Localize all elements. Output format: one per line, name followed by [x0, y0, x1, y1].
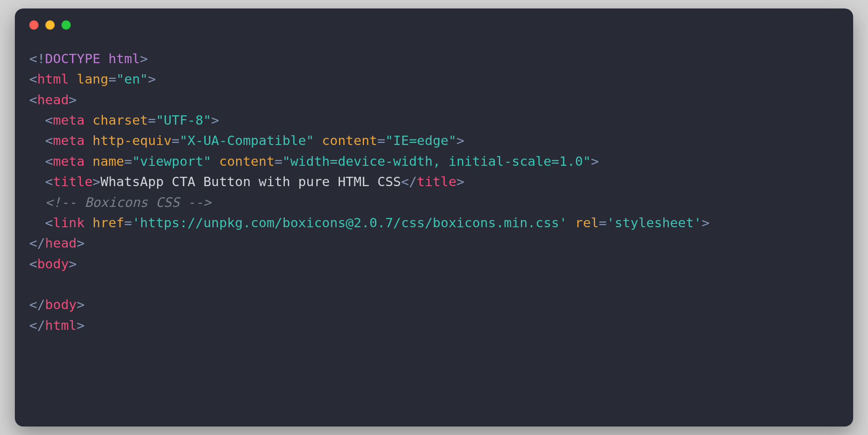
- body-close-close: >: [77, 297, 85, 312]
- meta1-open: <: [45, 112, 53, 128]
- code-window: <!DOCTYPE html> <html lang="en"> <head> …: [15, 8, 853, 427]
- html-open-close: >: [148, 71, 156, 86]
- head-close-open: </: [29, 235, 45, 251]
- link-close: >: [701, 215, 709, 230]
- meta2-val1: "X-UA-Compatible": [180, 133, 322, 148]
- head-tag: head: [37, 92, 69, 107]
- eq: =: [124, 153, 132, 169]
- title-open-bracket: <: [45, 174, 53, 189]
- meta3-attr2: content: [219, 153, 275, 169]
- meta1-attr: charset: [92, 112, 148, 128]
- link-val2: 'stylesheet': [607, 215, 702, 230]
- html-close-close: >: [77, 318, 85, 333]
- meta3-close: >: [591, 153, 599, 169]
- meta2-tag: meta: [53, 133, 92, 148]
- eq: =: [148, 112, 156, 128]
- window-titlebar: [15, 8, 853, 42]
- doctype-keyword: DOCTYPE: [45, 51, 108, 66]
- lang-attr: lang: [77, 71, 108, 86]
- doctype-close: >: [140, 51, 148, 66]
- boxicons-comment: <!-- Boxicons CSS -->: [45, 195, 211, 210]
- body-close-open: </: [29, 297, 45, 312]
- head-close-tag: head: [45, 235, 77, 251]
- html-open-bracket: <: [29, 71, 37, 86]
- html-tag: html: [37, 71, 77, 86]
- meta1-tag: meta: [53, 112, 92, 128]
- doctype-open: <!: [29, 51, 45, 66]
- title-open-close: >: [92, 174, 100, 189]
- title-text: WhatsApp CTA Button with pure HTML CSS: [100, 174, 401, 189]
- link-open: <: [45, 215, 53, 230]
- eq: =: [377, 133, 385, 148]
- head-open-bracket: <: [29, 92, 37, 107]
- title-close-tag: title: [417, 174, 456, 189]
- close-icon[interactable]: [29, 20, 39, 30]
- meta3-open: <: [45, 153, 53, 169]
- meta3-val2: "width=device-width, initial-scale=1.0": [282, 153, 591, 169]
- meta3-val1: "viewport": [132, 153, 219, 169]
- body-open-tag: body: [37, 256, 69, 271]
- code-block: <!DOCTYPE html> <html lang="en"> <head> …: [15, 42, 853, 350]
- minimize-icon[interactable]: [45, 20, 55, 30]
- eq: =: [124, 215, 132, 230]
- eq: =: [172, 133, 180, 148]
- meta2-open: <: [45, 133, 53, 148]
- doctype-html: html: [108, 51, 140, 66]
- meta2-attr1: http-equiv: [92, 133, 172, 148]
- meta2-val2: "IE=edge": [385, 133, 456, 148]
- meta1-val: "UTF-8": [156, 112, 211, 128]
- link-val1: 'https://unpkg.com/boxicons@2.0.7/css/bo…: [132, 215, 575, 230]
- eq: =: [599, 215, 607, 230]
- head-close-close: >: [77, 235, 85, 251]
- html-close-tag: html: [45, 318, 77, 333]
- eq: =: [108, 71, 117, 86]
- title-close-open: </: [401, 174, 417, 189]
- meta3-attr1: name: [92, 153, 124, 169]
- title-tag: title: [53, 174, 92, 189]
- title-close-close: >: [456, 174, 465, 189]
- lang-value: "en": [116, 71, 148, 86]
- head-open-close: >: [69, 92, 77, 107]
- meta2-attr2: content: [322, 133, 378, 148]
- meta1-close: >: [211, 112, 219, 128]
- eq: =: [275, 153, 283, 169]
- link-tag: link: [53, 215, 92, 230]
- body-open-bracket: <: [29, 256, 37, 271]
- body-open-close: >: [69, 256, 77, 271]
- html-close-open: </: [29, 318, 45, 333]
- body-close-tag: body: [45, 297, 77, 312]
- link-attr2: rel: [575, 215, 599, 230]
- maximize-icon[interactable]: [61, 20, 71, 30]
- link-attr1: href: [92, 215, 124, 230]
- meta2-close: >: [456, 133, 465, 148]
- meta3-tag: meta: [53, 153, 92, 169]
